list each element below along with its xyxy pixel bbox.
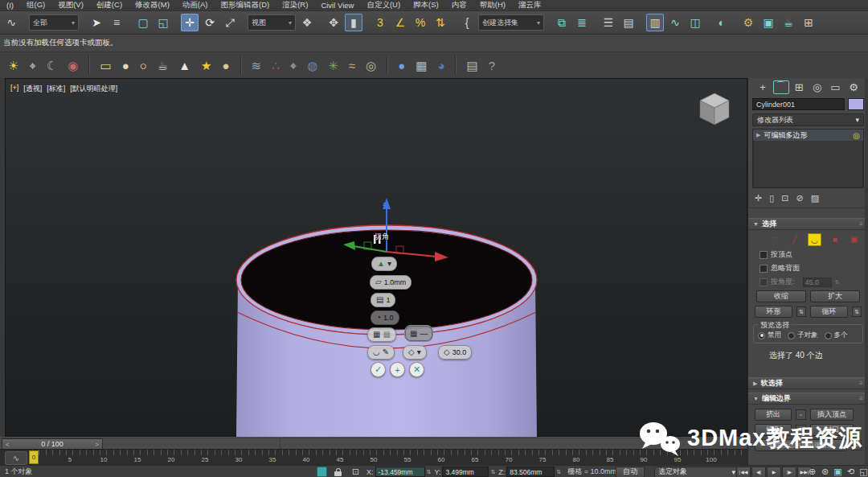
make-unique-icon[interactable]: ⊡ xyxy=(781,193,788,204)
align-icon[interactable]: ≣ xyxy=(573,14,591,31)
curve-editor-icon[interactable]: ∿ xyxy=(666,14,684,31)
absolute-mode-icon[interactable]: ⊡ xyxy=(352,466,359,477)
ring-spinner[interactable]: ⇅ xyxy=(796,306,806,317)
modifier-stack-row[interactable]: ▶ 可编辑多边形 ◎ xyxy=(753,130,863,141)
x-coordinate-field[interactable]: -13.459mm xyxy=(375,467,425,477)
material-sphere-icon[interactable]: ● xyxy=(398,60,405,72)
selection-lock-icon[interactable] xyxy=(334,471,342,476)
rectangle-primitive-icon[interactable]: ▭ xyxy=(100,60,111,72)
insert-vertex-button[interactable]: 插入顶点 xyxy=(810,409,854,421)
tab-create[interactable]: + xyxy=(755,80,771,94)
menu-item[interactable]: 溜云库 xyxy=(512,0,548,10)
configure-modifier-sets-icon[interactable]: ▨ xyxy=(811,193,819,204)
remove-modifier-icon[interactable]: ⊘ xyxy=(796,193,804,204)
time-slider-handle[interactable]: < 0 / 100 > xyxy=(2,438,103,450)
by-vertex-checkbox[interactable] xyxy=(760,251,768,259)
tab-modify[interactable]: ⌒ xyxy=(773,80,789,94)
maximize-viewport-icon[interactable]: ◱ xyxy=(858,467,868,477)
select-rotate-icon[interactable]: ⟳ xyxy=(201,14,219,31)
material-editor-icon[interactable]: ◐ xyxy=(713,14,731,31)
viewport-menu-standard[interactable]: [标准] xyxy=(47,84,65,94)
menu-item[interactable]: 内容 xyxy=(445,0,473,10)
fur-animal-icon[interactable]: ≈ xyxy=(349,60,355,72)
grow-button[interactable]: 扩大 xyxy=(810,290,860,302)
disc-primitive-icon[interactable]: ● xyxy=(223,60,230,72)
select-by-name-icon[interactable]: ≡ xyxy=(108,14,125,31)
caddy-chamfer-type-button[interactable]: ▲ ▾ xyxy=(371,257,397,271)
star-primitive-icon[interactable]: ★ xyxy=(201,60,211,72)
render-production-icon[interactable]: ☕ xyxy=(780,14,797,31)
auto-key-button[interactable]: 自动 xyxy=(616,467,645,477)
go-to-start-button[interactable]: |◀◀ xyxy=(736,467,751,477)
shrink-button[interactable]: 收缩 xyxy=(756,290,806,302)
modifier-list-dropdown[interactable]: 修改器列表 ▾ xyxy=(752,113,864,126)
previous-frame-arrow[interactable]: < xyxy=(6,441,10,448)
chamfer-type-dropdown-icon[interactable]: ▾ xyxy=(387,260,391,268)
radio-button[interactable] xyxy=(788,332,795,339)
selection-filter-dropdown[interactable]: 全部▾ xyxy=(29,14,79,31)
keyboard-override-toggle-icon[interactable]: ▮ xyxy=(345,14,362,31)
next-frame-button[interactable]: |▶ xyxy=(782,467,796,477)
menu-item[interactable]: 渲染(R) xyxy=(276,0,314,10)
schematic-view-icon[interactable]: ◫ xyxy=(686,14,704,31)
select-move-icon[interactable]: ✛ xyxy=(181,14,199,31)
render-setup-icon[interactable]: ⚙ xyxy=(739,14,757,31)
caddy-cancel-button[interactable]: ✕ xyxy=(409,362,424,377)
caddy-segments-value[interactable]: 1 xyxy=(386,296,390,304)
caddy-amount-value[interactable]: 1.0mm xyxy=(384,278,407,286)
circle-primitive-icon[interactable]: ○ xyxy=(140,60,147,72)
object-color-swatch[interactable] xyxy=(848,98,864,110)
loop-button[interactable]: 循环 xyxy=(810,306,848,318)
vertex-subobject-icon[interactable]: ∵ xyxy=(769,233,781,245)
polygon-subobject-icon[interactable]: ■ xyxy=(829,233,841,245)
menu-item[interactable]: 创建(C) xyxy=(90,0,129,10)
ribbon-toggle-icon[interactable]: ▥ xyxy=(646,14,664,31)
select-manipulate-icon[interactable]: ✥ xyxy=(325,14,342,31)
caddy-quad-intersections-toggle[interactable]: ◇ ▾ xyxy=(403,345,427,360)
selection-set-icon[interactable] xyxy=(317,467,327,477)
preview-option-1[interactable]: 子对象 xyxy=(788,331,818,340)
viewport-menu-general[interactable]: [+] xyxy=(10,84,18,94)
select-and-link-icon[interactable]: ∿ xyxy=(2,14,20,31)
rollout-soft-selection[interactable]: ▶ 软选择 ≡ xyxy=(748,377,868,389)
tab-motion[interactable]: ◎ xyxy=(809,80,825,94)
menu-item[interactable]: 视图(V) xyxy=(51,0,90,10)
caddy-open-chamfer-toggle[interactable]: ▦ ▦ xyxy=(367,327,396,342)
tab-display[interactable]: ▭ xyxy=(827,80,843,94)
menu-item[interactable]: 动画(A) xyxy=(176,0,215,10)
stack-item-label[interactable]: 可编辑多边形 xyxy=(764,130,807,141)
track-bar[interactable]: ∿ 0 510152025303540455055606570758085909… xyxy=(0,449,747,466)
panel-scrollbar[interactable] xyxy=(865,78,868,465)
rollout-selection[interactable]: ▼ 选择 ≡ xyxy=(748,218,868,230)
render-variants-icon[interactable]: ⊞ xyxy=(800,14,817,31)
named-selection-sets-dropdown[interactable]: 创建选择集▾ xyxy=(478,14,544,31)
show-end-result-icon[interactable]: ▯ xyxy=(769,193,774,204)
time-slider[interactable]: < 0 / 100 > xyxy=(0,437,747,450)
caddy-smooth-toggle[interactable]: ◡ ✎ xyxy=(367,345,395,360)
reference-coordinate-dropdown[interactable]: 视图▾ xyxy=(248,14,296,31)
rendered-frame-icon[interactable]: ▣ xyxy=(760,14,777,31)
current-frame-marker[interactable]: 0 xyxy=(29,450,39,464)
caddy-smooth-threshold-field[interactable]: ◇ 30.0 xyxy=(438,345,472,360)
by-angle-row[interactable]: 按角度: 45.0 ⇅ xyxy=(748,275,868,289)
modifier-stack[interactable]: ▶ 可编辑多边形 ◎ xyxy=(752,129,864,188)
environment-icon[interactable]: ◕ xyxy=(437,60,444,72)
help-icon[interactable]: ? xyxy=(489,60,495,72)
cone-primitive-icon[interactable]: ▲ xyxy=(178,60,190,72)
spinner-snap-icon[interactable]: ⇅ xyxy=(432,14,449,31)
next-frame-arrow[interactable]: > xyxy=(95,441,99,448)
rain-effect-icon[interactable]: ≋ xyxy=(252,60,262,72)
caddy-apply-button[interactable]: + xyxy=(390,362,405,377)
x-spinner[interactable]: ⇅ xyxy=(427,469,432,475)
by-angle-value-field[interactable]: 45.0 xyxy=(803,278,832,287)
menu-item[interactable]: 自定义(U) xyxy=(360,0,407,10)
sphere-primitive-icon[interactable]: ● xyxy=(122,60,129,72)
teapot-primitive-icon[interactable]: ☕ xyxy=(158,60,168,72)
caddy-depth-field[interactable]: ◔ 1.0 xyxy=(371,310,399,325)
preview-option-2[interactable]: 多个 xyxy=(825,331,848,340)
menu-item[interactable]: 帮助(H) xyxy=(473,0,512,10)
select-object-icon[interactable]: ➤ xyxy=(88,14,105,31)
radio-button[interactable] xyxy=(758,332,765,339)
ignore-backfacing-checkbox[interactable] xyxy=(760,265,768,273)
expand-arrow-icon[interactable]: ▶ xyxy=(756,132,760,138)
